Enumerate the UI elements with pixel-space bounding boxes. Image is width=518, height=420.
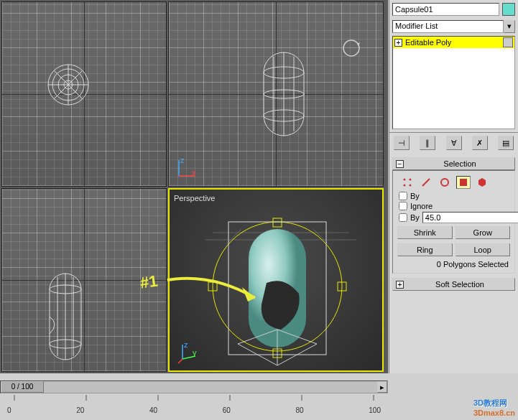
soft-selection-rollout: + Soft Selection (392, 278, 515, 291)
tick: 20 (76, 406, 84, 414)
timeline-ruler: 0 20 40 60 80 100 (0, 395, 388, 416)
element-level-button[interactable] (475, 176, 489, 189)
bottom-bar: 0 / 100 ▸ 0 20 40 60 80 100 3D教程网 3Dmax8… (0, 373, 518, 420)
minus-icon[interactable]: − (396, 160, 404, 168)
svg-rect-46 (460, 179, 467, 186)
svg-text:y: y (193, 348, 197, 357)
watermark: 3D教程网 3Dmax8.cn (473, 398, 515, 417)
ignore-label: Ignore (410, 202, 433, 210)
viewport-front[interactable]: zx (168, 1, 384, 187)
polygon-level-button[interactable] (456, 176, 471, 189)
command-panel: Modifier List ▾ + Editable Poly ⊣ ∥ ∀ ✗ … (389, 0, 518, 373)
border-level-button[interactable] (438, 176, 452, 189)
vertex-level-button[interactable] (400, 176, 415, 189)
viewport-top[interactable] (1, 1, 167, 187)
svg-point-41 (404, 179, 406, 181)
rollout-title: Selection (408, 159, 512, 168)
loop-button[interactable]: Loop (455, 243, 511, 256)
svg-line-40 (178, 359, 182, 363)
wireframe-left (2, 189, 167, 374)
by-angle-checkbox[interactable] (399, 213, 407, 222)
axis-tripod-icon: zy (177, 342, 198, 363)
svg-point-45 (441, 179, 448, 186)
modifier-stack[interactable]: + Editable Poly (392, 36, 515, 129)
subobject-level-row (396, 174, 512, 191)
grow-button[interactable]: Grow (455, 226, 511, 239)
rollout-title: Soft Selection (408, 280, 512, 289)
tick: 60 (223, 406, 231, 414)
watermark-line1: 3D教程网 (473, 398, 515, 409)
wireframe-front (169, 2, 384, 187)
svg-text:z: z (180, 156, 185, 164)
viewport-area: zx Perspective (0, 0, 388, 373)
svg-line-28 (313, 229, 328, 243)
tick: 0 (7, 406, 11, 414)
svg-rect-30 (273, 218, 282, 227)
selection-status: 0 Polygons Selected (396, 258, 512, 270)
ring-button[interactable]: Ring (397, 243, 453, 256)
modifier-stack-item[interactable]: + Editable Poly (393, 37, 514, 48)
remove-modifier-button[interactable]: ✗ (472, 136, 488, 150)
tick: 100 (369, 406, 381, 414)
ignore-backfacing-checkbox[interactable] (399, 202, 407, 210)
tick: 80 (296, 406, 304, 414)
timeline-slider[interactable]: 0 / 100 (1, 381, 44, 393)
svg-point-44 (410, 185, 412, 187)
show-result-button[interactable]: ∥ (420, 136, 435, 150)
tick: 40 (149, 406, 157, 414)
shrink-button[interactable]: Shrink (397, 226, 453, 239)
modifier-label: Editable Poly (405, 38, 500, 47)
svg-text:z: z (184, 340, 188, 349)
watermark-line2: 3Dmax8.cn (473, 409, 515, 417)
wireframe-top (2, 2, 167, 187)
angle-spinner-input[interactable] (422, 212, 518, 223)
make-unique-button[interactable]: ∀ (446, 136, 462, 150)
rollout-header[interactable]: + Soft Selection (392, 278, 515, 291)
modifier-display-icon[interactable] (503, 37, 513, 47)
rollout-header[interactable]: − Selection (392, 157, 515, 170)
object-color-swatch[interactable] (502, 3, 515, 16)
object-name-input[interactable] (392, 3, 499, 16)
modifier-list-dropdown[interactable]: Modifier List (392, 20, 504, 33)
svg-line-26 (227, 229, 241, 243)
svg-point-43 (404, 185, 406, 187)
axis-tripod-icon: zx (176, 157, 198, 179)
by-angle-label: By (410, 213, 420, 222)
modifier-toolbar: ⊣ ∥ ∀ ✗ ▤ (389, 132, 518, 153)
pin-stack-button[interactable]: ⊣ (394, 136, 410, 150)
selection-rollout: − Selection By Ignore By ▲▼ (392, 157, 515, 274)
edge-level-button[interactable] (419, 176, 433, 189)
plus-icon[interactable]: + (396, 281, 404, 289)
viewport-perspective[interactable]: Perspective zy (168, 188, 384, 372)
expand-icon[interactable]: + (394, 39, 402, 47)
timeline-track[interactable]: 0 / 100 ▸ (0, 381, 388, 393)
perspective-content (170, 190, 385, 373)
svg-point-42 (410, 179, 412, 181)
by-vertex-checkbox[interactable] (399, 192, 407, 200)
by-vertex-label: By (410, 192, 420, 200)
dropdown-arrow-icon[interactable]: ▾ (504, 20, 515, 33)
configure-sets-button[interactable]: ▤ (498, 136, 514, 150)
svg-text:x: x (192, 168, 196, 177)
viewport-left[interactable] (1, 188, 167, 372)
timeline-end-button[interactable]: ▸ (377, 381, 387, 393)
